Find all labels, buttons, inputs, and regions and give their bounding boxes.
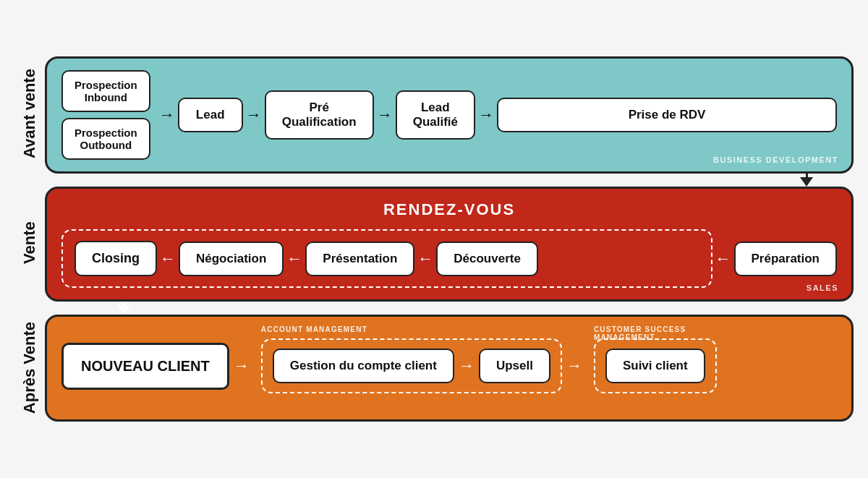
nouveau-client-node: NOUVEAU CLIENT bbox=[61, 343, 229, 390]
vente-flow-row: Closing ← Négociation ← Présentation ← D… bbox=[61, 229, 837, 288]
prospection-outbound-node: ProspectionOutbound bbox=[61, 118, 150, 160]
apres-vente-row: Après Vente NOUVEAU CLIENT → ACCOUNT MAN… bbox=[14, 315, 854, 421]
arrow-pres-neg: ← bbox=[284, 249, 305, 268]
apres-vente-label: Après Vente bbox=[14, 315, 45, 421]
arrow1: → bbox=[243, 106, 265, 124]
avant-vente-box: ProspectionInbound ProspectionOutbound →… bbox=[45, 56, 854, 174]
arrow-dec-pres: ← bbox=[414, 249, 436, 268]
apres-vente-box: NOUVEAU CLIENT → ACCOUNT MANAGEMENT Gest… bbox=[45, 315, 854, 421]
diagram-container: Avant vente ProspectionInbound Prospecti… bbox=[14, 56, 854, 421]
pre-qualification-node: PréQualification bbox=[265, 90, 374, 140]
gestion-compte-node: Gestion du compte client bbox=[273, 349, 454, 383]
account-mgmt-group: Gestion du compte client → Upsell bbox=[261, 338, 562, 393]
prospection-inbound-node: ProspectionInbound bbox=[61, 70, 150, 112]
arrow-prep-dec: ← bbox=[712, 249, 734, 268]
csm-wrapper: CUSTOMER SUCCESS MANAGEMENT Suivi client bbox=[587, 338, 717, 393]
presentation-node: Présentation bbox=[305, 242, 414, 276]
upsell-node: Upsell bbox=[479, 349, 550, 383]
avant-vente-label: Avant vente bbox=[14, 56, 45, 171]
arrow-up-csm: → bbox=[562, 357, 587, 375]
avant-vente-row: Avant vente ProspectionInbound Prospecti… bbox=[14, 56, 854, 171]
arrow-nc-acct: → bbox=[229, 357, 254, 375]
avant-vente-flow: ProspectionInbound ProspectionOutbound →… bbox=[61, 70, 837, 160]
account-mgmt-sublabel: ACCOUNT MANAGEMENT bbox=[261, 325, 367, 333]
preparation-node: Préparation bbox=[734, 242, 837, 276]
arrow-down-1 bbox=[800, 177, 813, 187]
csm-sublabel: CUSTOMER SUCCESS MANAGEMENT bbox=[594, 325, 717, 341]
negociation-node: Négociation bbox=[179, 242, 284, 276]
arrow-prospect-lead: → bbox=[156, 106, 178, 124]
arrow-neg-clos: ← bbox=[157, 249, 179, 268]
suivi-client-node: Suivi client bbox=[605, 349, 705, 383]
sales-label: SALES bbox=[807, 283, 838, 292]
account-mgmt-wrapper: ACCOUNT MANAGEMENT Gestion du compte cli… bbox=[254, 338, 562, 393]
lead-qualifie-node: LeadQualifié bbox=[396, 90, 475, 140]
business-dev-label: BUSINESS DEVELOPMENT bbox=[713, 155, 838, 164]
vente-box: RENDEZ-VOUS Closing ← Négociation ← Prés… bbox=[45, 187, 854, 302]
vente-row: Vente RENDEZ-VOUS Closing ← Négociation … bbox=[14, 187, 854, 299]
arrow2: → bbox=[374, 106, 396, 124]
prospection-group: ProspectionInbound ProspectionOutbound bbox=[61, 70, 150, 160]
apres-vente-flow: NOUVEAU CLIENT → ACCOUNT MANAGEMENT Gest… bbox=[61, 338, 837, 393]
csm-group: Suivi client bbox=[594, 338, 717, 393]
dashed-closing-box: Closing ← Négociation ← Présentation ← D… bbox=[61, 229, 712, 288]
arrow3: → bbox=[475, 106, 497, 124]
vente-label: Vente bbox=[14, 187, 45, 299]
rdv-title: RENDEZ-VOUS bbox=[61, 200, 837, 219]
arrow-gc-up: → bbox=[454, 357, 479, 375]
closing-node: Closing bbox=[75, 241, 157, 276]
prise-de-rdv-node: Prise de RDV bbox=[497, 98, 837, 132]
lead-node: Lead bbox=[178, 98, 243, 132]
arrow-down-2 bbox=[117, 305, 130, 315]
decouverte-node: Découverte bbox=[436, 242, 538, 276]
